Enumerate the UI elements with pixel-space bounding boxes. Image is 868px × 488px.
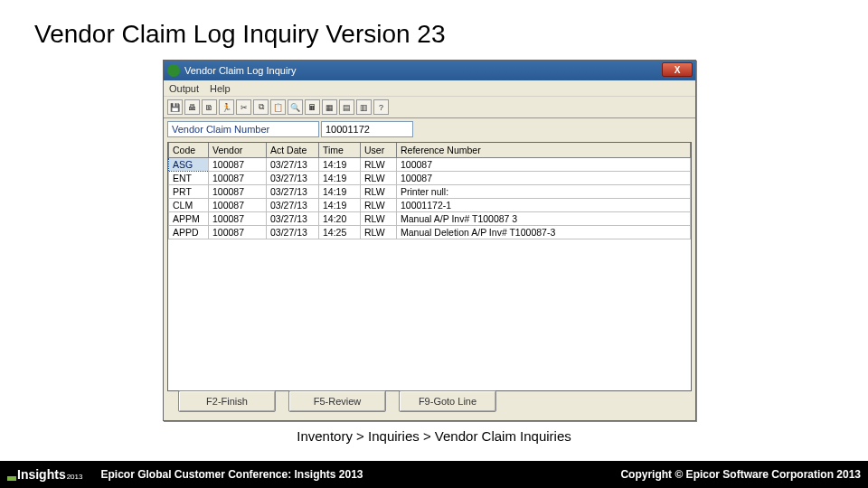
col-vendor[interactable]: Vendor [209, 143, 267, 157]
cell-user: RLW [361, 198, 397, 211]
titlebar: Vendor Claim Log Inquiry X [164, 61, 695, 80]
cell-code: CLM [169, 198, 209, 211]
cell-date: 03/27/13 [267, 184, 319, 198]
cell-date: 03/27/13 [267, 198, 319, 211]
cell-vendor: 100087 [209, 184, 267, 198]
app-window: Vendor Claim Log Inquiry X Output Help 💾… [163, 60, 696, 421]
menubar: Output Help [164, 80, 695, 97]
cell-user: RLW [361, 184, 397, 198]
save-icon[interactable]: 💾 [167, 99, 183, 115]
paste-icon[interactable]: 📋 [270, 99, 286, 115]
menu-help[interactable]: Help [210, 83, 231, 94]
cell-user: RLW [361, 157, 397, 171]
finish-button[interactable]: F2-Finish [178, 390, 276, 412]
cell-date: 03/27/13 [267, 225, 319, 239]
col-date[interactable]: Act Date [267, 143, 319, 157]
filter-label: Vendor Claim Number [167, 121, 319, 137]
cell-vendor: 100087 [209, 198, 267, 211]
cell-date: 03/27/13 [267, 171, 319, 184]
run-icon[interactable]: 🏃 [219, 99, 234, 115]
cell-date: 03/27/13 [267, 211, 319, 225]
menu-output[interactable]: Output [169, 83, 199, 94]
cell-vendor: 100087 [209, 157, 267, 171]
slide-footer: Insights 2013 Epicor Global Customer Con… [0, 461, 868, 488]
cell-time: 14:19 [319, 198, 361, 211]
col-code[interactable]: Code [169, 143, 209, 157]
cell-vendor: 100087 [209, 171, 267, 184]
table-row[interactable]: ENT 100087 03/27/13 14:19 RLW 100087 [169, 171, 691, 184]
cell-user: RLW [361, 211, 397, 225]
cell-code: PRT [169, 184, 209, 198]
footer-copyright: Copyright © Epicor Software Corporation … [620, 468, 861, 481]
data-grid[interactable]: Code Vendor Act Date Time User Reference… [167, 142, 692, 391]
table-row[interactable]: APPD 100087 03/27/13 14:25 RLW Manual De… [169, 225, 691, 239]
cell-ref: 100087 [397, 171, 691, 184]
print-icon[interactable]: 🖶 [184, 99, 200, 115]
cell-time: 14:25 [319, 225, 361, 239]
help-icon[interactable]: ? [373, 99, 389, 115]
logo-text: Insights [17, 468, 66, 481]
table-row[interactable]: APPM 100087 03/27/13 14:20 RLW Manual A/… [169, 211, 691, 225]
logo-square-icon [7, 476, 16, 481]
grid-header-row: Code Vendor Act Date Time User Reference… [169, 143, 691, 157]
cell-code: ENT [169, 171, 209, 184]
table-row[interactable]: PRT 100087 03/27/13 14:19 RLW Printer nu… [169, 184, 691, 198]
copy-icon[interactable]: ⧉ [253, 99, 269, 115]
footer-conference: Epicor Global Customer Conference: Insig… [100, 468, 363, 481]
cell-ref: Printer null: [397, 184, 691, 198]
grid3-icon[interactable]: ▥ [356, 99, 372, 115]
logo-year: 2013 [67, 474, 83, 481]
cell-time: 14:19 [319, 184, 361, 198]
cell-code: APPD [169, 225, 209, 239]
table-row[interactable]: CLM 100087 03/27/13 14:19 RLW 10001172-1 [169, 198, 691, 211]
cell-ref: Manual Deletion A/P Inv# T100087-3 [397, 225, 691, 239]
col-time[interactable]: Time [319, 143, 361, 157]
cell-user: RLW [361, 171, 397, 184]
app-icon [167, 64, 180, 77]
cell-vendor: 100087 [209, 225, 267, 239]
footer-logo: Insights 2013 [7, 468, 82, 481]
goto-line-button[interactable]: F9-Goto Line [399, 390, 496, 412]
toolbar: 💾 🖶 🗎 🏃 ✂ ⧉ 📋 🔍 🖩 ▦ ▤ ▥ ? [164, 97, 695, 118]
cell-time: 14:19 [319, 157, 361, 171]
col-ref[interactable]: Reference Number [397, 143, 691, 157]
cell-time: 14:19 [319, 171, 361, 184]
close-button[interactable]: X [662, 62, 693, 77]
calc-icon[interactable]: 🖩 [305, 99, 320, 115]
button-bar: F2-Finish F5-Review F9-Goto Line [164, 388, 695, 415]
find-icon[interactable]: 🔍 [288, 99, 303, 115]
cell-time: 14:20 [319, 211, 361, 225]
window-title: Vendor Claim Log Inquiry [184, 65, 297, 76]
grid-table: Code Vendor Act Date Time User Reference… [168, 143, 691, 239]
col-user[interactable]: User [361, 143, 397, 157]
review-button[interactable]: F5-Review [288, 390, 386, 412]
cell-ref: Manual A/P Inv# T100087 3 [397, 211, 691, 225]
grid2-icon[interactable]: ▤ [339, 99, 354, 115]
filter-row: Vendor Claim Number 10001172 [164, 118, 695, 140]
cell-ref: 100087 [397, 157, 691, 171]
cell-code: ASG [169, 157, 209, 171]
cell-user: RLW [361, 225, 397, 239]
filter-value-input[interactable]: 10001172 [321, 121, 413, 137]
breadcrumb: Inventory > Inquiries > Vendor Claim Inq… [0, 428, 868, 444]
cut-icon[interactable]: ✂ [236, 99, 251, 115]
cell-date: 03/27/13 [267, 157, 319, 171]
cell-ref: 10001172-1 [397, 198, 691, 211]
grid1-icon[interactable]: ▦ [322, 99, 337, 115]
cell-vendor: 100087 [209, 211, 267, 225]
preview-icon[interactable]: 🗎 [202, 99, 217, 115]
table-row[interactable]: ASG 100087 03/27/13 14:19 RLW 100087 [169, 157, 691, 171]
slide-title: Vendor Claim Log Inquiry Version 23 [0, 0, 868, 49]
cell-code: APPM [169, 211, 209, 225]
